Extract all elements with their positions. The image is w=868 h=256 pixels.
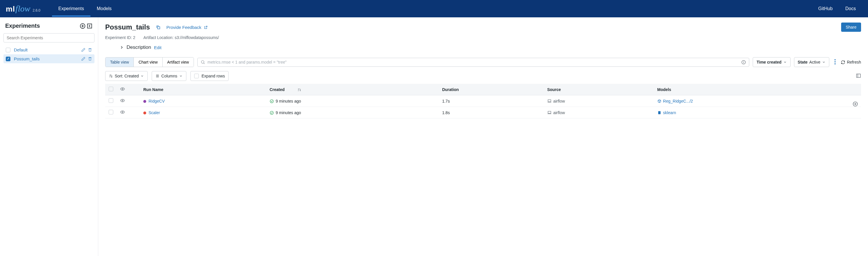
- source-cell: airflow: [547, 110, 650, 115]
- duration-text: 1.7s: [439, 95, 544, 107]
- laptop-icon: [547, 110, 552, 115]
- col-models[interactable]: Models: [654, 84, 844, 95]
- nav-github[interactable]: GitHub: [812, 1, 839, 17]
- svg-point-29: [122, 111, 123, 113]
- experiment-name[interactable]: Default: [14, 47, 78, 52]
- visibility-icon[interactable]: [120, 98, 125, 103]
- row-checkbox[interactable]: [108, 110, 113, 115]
- add-experiment-icon[interactable]: [80, 23, 86, 29]
- svg-point-30: [270, 111, 273, 114]
- sort-button[interactable]: Sort: Created: [105, 71, 148, 81]
- search-icon: [200, 60, 205, 64]
- runs-table: Run Name Created Duration Source Models …: [105, 84, 861, 119]
- edit-description-link[interactable]: Edit: [154, 45, 161, 50]
- info-icon[interactable]: [741, 60, 746, 65]
- checkbox-checked[interactable]: [6, 57, 10, 61]
- more-options-icon[interactable]: [833, 58, 837, 67]
- page-title: Possum_tails: [105, 23, 150, 31]
- edit-icon[interactable]: [81, 57, 86, 61]
- sort-desc-icon: [297, 88, 301, 92]
- svg-rect-27: [548, 100, 551, 102]
- run-color-dot: [143, 100, 146, 103]
- svg-point-12: [835, 63, 836, 64]
- sidebar-title: Experiments: [5, 23, 40, 29]
- svg-point-11: [835, 61, 836, 62]
- search-runs-box[interactable]: [197, 58, 749, 67]
- svg-point-5: [202, 61, 204, 63]
- delete-icon[interactable]: [88, 57, 92, 61]
- state-filter[interactable]: State Active: [794, 57, 829, 67]
- duration-text: 1.8s: [439, 107, 544, 119]
- artifact-view-button[interactable]: Artifact view: [163, 58, 194, 67]
- checkbox[interactable]: [6, 48, 10, 52]
- nav-experiments[interactable]: Experiments: [52, 1, 90, 17]
- refresh-button[interactable]: Refresh: [841, 60, 861, 64]
- sidebar-item-possum-tails[interactable]: Possum_tails: [3, 54, 94, 63]
- chart-view-button[interactable]: Chart view: [134, 58, 162, 67]
- status-ok-icon: [270, 111, 274, 115]
- table-row[interactable]: Scaler 9 minutes ago 1.8s airflow sklear…: [105, 107, 861, 119]
- created-text: 9 minutes ago: [276, 110, 301, 115]
- experiment-name[interactable]: Possum_tails: [14, 56, 78, 61]
- svg-point-21: [122, 88, 123, 90]
- top-nav: ml flow 2.6.0 Experiments Models GitHub …: [0, 0, 868, 17]
- svg-rect-19: [857, 74, 861, 77]
- logo[interactable]: ml flow 2.6.0: [6, 4, 40, 13]
- edit-icon[interactable]: [81, 48, 86, 52]
- visibility-header-icon[interactable]: [120, 87, 125, 91]
- source-cell: airflow: [547, 99, 650, 103]
- checkbox[interactable]: [194, 74, 199, 78]
- table-row[interactable]: RidgeCV 9 minutes ago 1.7s airflow Reg_R…: [105, 95, 861, 107]
- refresh-icon: [841, 60, 845, 64]
- svg-line-6: [204, 63, 205, 64]
- col-source[interactable]: Source: [544, 84, 654, 95]
- col-run-name[interactable]: Run Name: [140, 84, 266, 95]
- search-experiments-input[interactable]: [3, 33, 94, 42]
- model-link[interactable]: Reg_RidgeC.../2: [657, 99, 840, 103]
- col-created[interactable]: Created: [266, 84, 439, 95]
- svg-rect-33: [658, 111, 660, 114]
- time-filter[interactable]: Time created: [753, 57, 790, 67]
- run-name-link[interactable]: Scaler: [149, 110, 160, 115]
- logo-version: 2.6.0: [33, 8, 40, 12]
- sort-icon: [109, 74, 113, 78]
- row-checkbox[interactable]: [108, 98, 113, 103]
- table-view-button[interactable]: Table view: [105, 58, 134, 67]
- provide-feedback-link[interactable]: Provide Feedback: [166, 25, 208, 30]
- columns-button[interactable]: Columns: [152, 71, 186, 81]
- select-all-checkbox[interactable]: [108, 87, 113, 91]
- external-link-icon: [204, 25, 208, 29]
- sidebar-item-default[interactable]: Default: [3, 45, 94, 54]
- laptop-icon: [547, 99, 552, 103]
- nav-models[interactable]: Models: [90, 1, 118, 17]
- svg-rect-4: [157, 27, 160, 29]
- col-duration[interactable]: Duration: [439, 84, 544, 95]
- sidebar: Experiments Default Possum_tails: [0, 17, 98, 256]
- add-column-icon[interactable]: [852, 101, 858, 108]
- columns-icon: [155, 74, 159, 78]
- chevron-right-icon[interactable]: [120, 45, 124, 50]
- nav-docs[interactable]: Docs: [839, 1, 862, 17]
- share-button[interactable]: Share: [841, 23, 861, 32]
- model-link[interactable]: sklearn: [657, 110, 840, 115]
- svg-rect-31: [548, 111, 551, 113]
- artifact-location: Artifact Location: s3://mlflowdatapossum…: [143, 35, 219, 40]
- collapse-sidebar-icon[interactable]: [86, 23, 93, 29]
- logo-ml: ml: [6, 5, 15, 13]
- svg-rect-3: [88, 24, 92, 28]
- panel-toggle-icon[interactable]: [856, 73, 861, 79]
- experiment-id: Experiment ID: 2: [105, 35, 135, 40]
- visibility-icon[interactable]: [120, 110, 125, 115]
- search-runs-input[interactable]: [208, 60, 739, 64]
- expand-rows-toggle[interactable]: Expand rows: [190, 71, 229, 81]
- chevron-down-icon: [783, 60, 787, 64]
- run-color-dot: [143, 111, 146, 115]
- chevron-down-icon: [141, 74, 144, 78]
- svg-point-9: [744, 61, 744, 61]
- delete-icon[interactable]: [88, 48, 92, 52]
- run-name-link[interactable]: RidgeCV: [149, 99, 165, 103]
- chevron-down-icon: [179, 74, 183, 78]
- main-content: Possum_tails Provide Feedback Share Expe…: [98, 17, 868, 256]
- copy-icon[interactable]: [156, 25, 161, 30]
- created-text: 9 minutes ago: [276, 99, 301, 103]
